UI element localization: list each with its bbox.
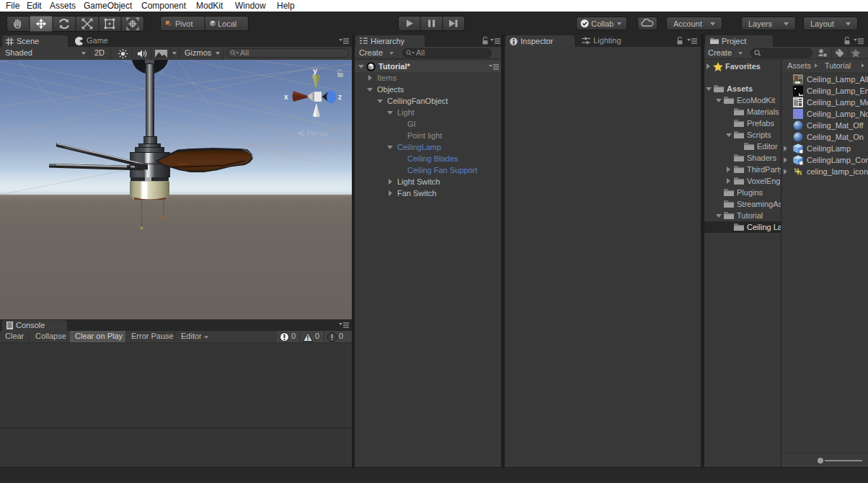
svg-text:y: y: [313, 66, 318, 75]
svg-text:Account: Account: [673, 19, 702, 28]
svg-text:Layout: Layout: [810, 19, 834, 28]
svg-text:Layers: Layers: [748, 19, 773, 28]
svg-text:Local: Local: [218, 19, 236, 28]
svg-text:z: z: [338, 93, 342, 101]
svg-text:Pivot: Pivot: [175, 19, 192, 28]
svg-text:Collab: Collab: [591, 19, 614, 28]
svg-text:Persp: Persp: [306, 129, 328, 138]
svg-text:x: x: [284, 93, 288, 101]
